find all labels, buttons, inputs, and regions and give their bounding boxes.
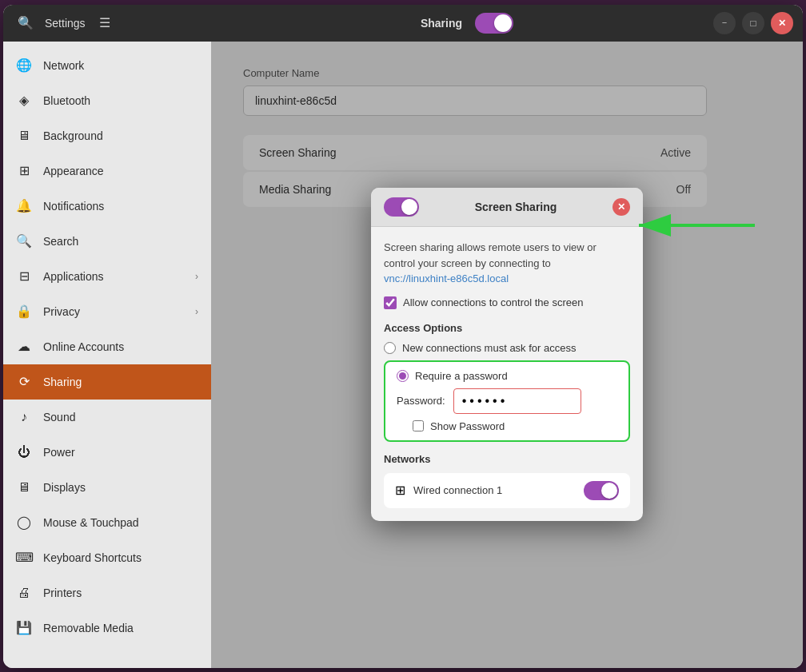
show-password-row: Show Password [397, 420, 617, 432]
sidebar-label-printers: Printers [43, 587, 198, 599]
toggle-knob [494, 14, 512, 32]
new-connections-radio-row: New connections must ask for access [384, 342, 630, 354]
titlebar: 🔍 Settings ☰ Sharing － □ ✕ [3, 5, 803, 42]
modal-title: Screen Sharing [427, 201, 604, 213]
sidebar-item-mouse-touchpad[interactable]: ◯ Mouse & Touchpad [3, 505, 211, 540]
bluetooth-icon: ◈ [16, 93, 32, 109]
modal-toggle[interactable] [384, 197, 419, 217]
sidebar-item-removable-media[interactable]: 💾 Removable Media [3, 610, 211, 646]
titlebar-left: 🔍 Settings ☰ [13, 10, 221, 36]
network-icon: ⊞ [395, 483, 405, 498]
titlebar-right: － □ ✕ [713, 12, 793, 34]
sidebar-item-background[interactable]: 🖥 Background [3, 118, 211, 153]
displays-icon: 🖥 [16, 479, 32, 495]
sidebar-label-sound: Sound [43, 411, 198, 423]
allow-connections-checkbox[interactable] [384, 296, 397, 309]
networks-title: Networks [384, 453, 630, 465]
modal-description: Screen sharing allows remote users to vi… [384, 240, 630, 287]
mouse-touchpad-icon: ◯ [16, 515, 32, 531]
sidebar-item-online-accounts[interactable]: ☁ Online Accounts [3, 329, 211, 364]
online-accounts-icon: ☁ [16, 339, 32, 355]
modal-header: Screen Sharing ✕ [371, 188, 643, 227]
sidebar-label-removable-media: Removable Media [43, 622, 198, 634]
modal-toggle-knob [401, 199, 417, 215]
sidebar: 🌐 Network ◈ Bluetooth 🖥 Background ⊞ App… [3, 42, 211, 668]
minimize-button[interactable]: － [713, 12, 736, 34]
sidebar-item-keyboard-shortcuts[interactable]: ⌨ Keyboard Shortcuts [3, 540, 211, 575]
sidebar-item-sound[interactable]: ♪ Sound [3, 400, 211, 435]
sidebar-label-displays: Displays [43, 481, 198, 494]
allow-connections-row: Allow connections to control the screen [384, 296, 630, 309]
appearance-icon: ⊞ [16, 163, 32, 179]
require-password-section: Require a password Password: Show Passwo… [384, 360, 630, 442]
sidebar-label-keyboard-shortcuts: Keyboard Shortcuts [43, 551, 198, 564]
password-field-label: Password: [397, 395, 445, 407]
settings-window: 🔍 Settings ☰ Sharing － □ ✕ 🌐 Network ◈ B… [3, 5, 803, 668]
sidebar-item-applications[interactable]: ⊟ Applications › [3, 259, 211, 294]
main-content: Computer Name Screen Sharing Active Medi… [211, 42, 803, 668]
sound-icon: ♪ [16, 409, 32, 425]
sidebar-label-online-accounts: Online Accounts [43, 340, 198, 353]
sidebar-label-mouse-touchpad: Mouse & Touchpad [43, 516, 198, 529]
sidebar-item-privacy[interactable]: 🔒 Privacy › [3, 294, 211, 329]
maximize-button[interactable]: □ [742, 12, 764, 34]
sharing-toggle[interactable] [475, 13, 513, 34]
sidebar-item-sharing[interactable]: ⟳ Sharing [3, 364, 211, 400]
notifications-icon: 🔔 [16, 198, 32, 214]
printers-icon: 🖨 [16, 585, 32, 601]
require-password-radio[interactable] [397, 370, 409, 382]
access-options-title: Access Options [384, 322, 630, 334]
network-toggle-knob [601, 483, 617, 499]
sidebar-item-network[interactable]: 🌐 Network [3, 48, 211, 83]
sidebar-item-printers[interactable]: 🖨 Printers [3, 575, 211, 610]
modal-overlay: Screen Sharing ✕ Screen sharing allows r… [211, 42, 803, 668]
require-password-label: Require a password [415, 370, 508, 382]
password-field-row: Password: [397, 388, 617, 414]
new-connections-label: New connections must ask for access [402, 342, 576, 354]
settings-title: Settings [45, 17, 86, 30]
sidebar-label-background: Background [43, 129, 198, 142]
network-icon: 🌐 [16, 58, 32, 74]
sidebar-item-search[interactable]: 🔍 Search [3, 224, 211, 259]
hamburger-button[interactable]: ☰ [92, 10, 118, 36]
sidebar-item-notifications[interactable]: 🔔 Notifications [3, 189, 211, 224]
sidebar-item-displays[interactable]: 🖥 Displays [3, 470, 211, 505]
sidebar-label-search: Search [43, 235, 198, 248]
sidebar-label-bluetooth: Bluetooth [43, 94, 198, 107]
sidebar-label-sharing: Sharing [43, 376, 198, 388]
sidebar-label-privacy: Privacy [43, 305, 184, 318]
network-name: Wired connection 1 [413, 484, 576, 496]
chevron-icon: › [195, 271, 198, 282]
modal-body: Screen sharing allows remote users to vi… [371, 227, 643, 521]
network-toggle[interactable] [584, 481, 619, 500]
page-title: Sharing [421, 17, 462, 30]
password-input[interactable] [453, 388, 581, 414]
modal-close-button[interactable]: ✕ [612, 198, 630, 216]
privacy-icon: 🔒 [16, 304, 32, 320]
show-password-checkbox[interactable] [413, 420, 424, 431]
removable-media-icon: 💾 [16, 620, 32, 636]
show-password-label: Show Password [430, 420, 505, 432]
search-icon: 🔍 [16, 233, 32, 249]
keyboard-shortcuts-icon: ⌨ [16, 550, 32, 566]
sharing-icon: ⟳ [16, 374, 32, 390]
network-row: ⊞ Wired connection 1 [384, 473, 630, 508]
sidebar-label-network: Network [43, 59, 198, 72]
sidebar-item-power[interactable]: ⏻ Power [3, 435, 211, 470]
allow-connections-label: Allow connections to control the screen [403, 296, 583, 308]
sidebar-item-appearance[interactable]: ⊞ Appearance [3, 153, 211, 189]
titlebar-center: Sharing [221, 13, 713, 34]
sidebar-item-bluetooth[interactable]: ◈ Bluetooth [3, 83, 211, 118]
require-password-radio-row: Require a password [397, 370, 617, 382]
sidebar-label-notifications: Notifications [43, 200, 198, 213]
new-connections-radio[interactable] [384, 342, 396, 354]
close-button[interactable]: ✕ [771, 12, 793, 34]
vnc-link[interactable]: vnc://linuxhint-e86c5d.local [384, 272, 509, 284]
search-button[interactable]: 🔍 [13, 10, 38, 36]
sidebar-label-power: Power [43, 446, 198, 459]
sidebar-label-applications: Applications [43, 270, 184, 283]
screen-sharing-dialog: Screen Sharing ✕ Screen sharing allows r… [371, 188, 643, 521]
applications-icon: ⊟ [16, 268, 32, 284]
green-arrow [631, 205, 759, 245]
power-icon: ⏻ [16, 444, 32, 460]
